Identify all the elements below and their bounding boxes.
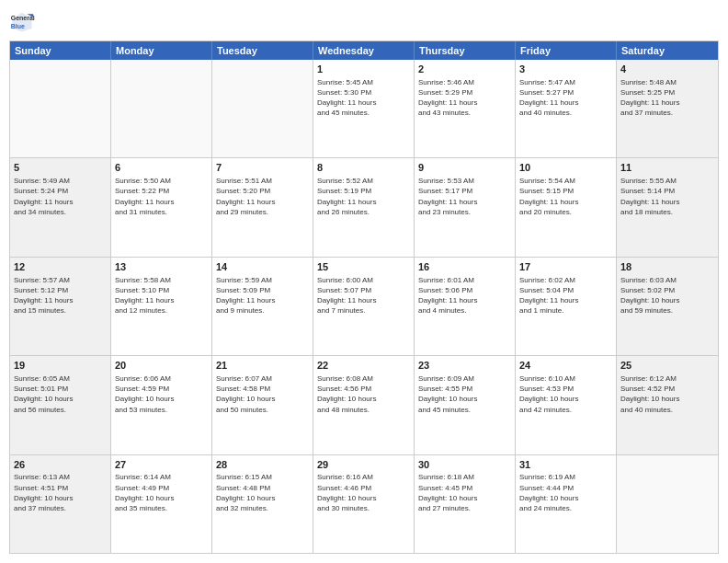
cell-text: Sunrise: 6:06 AM — [115, 373, 208, 384]
cell-text: and 45 minutes. — [418, 405, 511, 415]
day-cell-24: 24Sunrise: 6:10 AMSunset: 4:53 PMDayligh… — [516, 356, 617, 454]
cell-text: and 40 minutes. — [620, 405, 714, 415]
day-cell-13: 13Sunrise: 5:58 AMSunset: 5:10 PMDayligh… — [111, 258, 212, 355]
cell-text: Sunset: 5:29 PM — [418, 87, 511, 98]
cell-text: Daylight: 10 hours — [14, 394, 107, 404]
empty-cell-4-6 — [617, 455, 718, 553]
day-number-16: 16 — [418, 260, 511, 274]
cell-text: and 29 minutes. — [216, 207, 309, 217]
day-cell-10: 10Sunrise: 5:54 AMSunset: 5:15 PMDayligh… — [516, 158, 617, 256]
cell-text: and 37 minutes. — [620, 108, 714, 118]
day-number-3: 3 — [519, 63, 612, 76]
day-cell-19: 19Sunrise: 6:05 AMSunset: 5:01 PMDayligh… — [10, 356, 111, 454]
cell-text: Sunset: 4:45 PM — [418, 483, 511, 493]
cell-text: and 50 minutes. — [216, 405, 309, 415]
day-cell-9: 9Sunrise: 5:53 AMSunset: 5:17 PMDaylight… — [415, 158, 516, 256]
cell-text: and 12 minutes. — [115, 305, 208, 316]
day-cell-16: 16Sunrise: 6:01 AMSunset: 5:06 PMDayligh… — [415, 258, 516, 355]
cell-text: Sunrise: 6:18 AM — [418, 472, 511, 482]
cell-text: Sunrise: 6:07 AM — [216, 373, 309, 384]
cell-text: and 43 minutes. — [418, 108, 511, 118]
cell-text: Daylight: 11 hours — [317, 197, 410, 207]
day-number-25: 25 — [620, 359, 714, 373]
day-number-8: 8 — [317, 161, 410, 175]
empty-cell-0-2 — [212, 60, 313, 157]
cell-text: Sunset: 4:49 PM — [115, 483, 208, 493]
cell-text: Daylight: 11 hours — [317, 98, 410, 108]
calendar: SundayMondayTuesdayWednesdayThursdayFrid… — [9, 40, 719, 554]
cell-text: Daylight: 10 hours — [317, 493, 410, 503]
day-cell-27: 27Sunrise: 6:14 AMSunset: 4:49 PMDayligh… — [111, 455, 212, 553]
day-number-11: 11 — [620, 161, 714, 175]
cell-text: and 56 minutes. — [14, 405, 107, 415]
header-day-wednesday: Wednesday — [313, 41, 415, 60]
day-number-22: 22 — [317, 359, 410, 373]
cell-text: Sunrise: 6:09 AM — [418, 373, 511, 384]
cell-text: and 45 minutes. — [317, 108, 410, 118]
cell-text: Sunset: 5:17 PM — [418, 186, 511, 196]
day-number-19: 19 — [14, 359, 107, 373]
cell-text: Sunset: 5:06 PM — [418, 285, 511, 295]
cell-text: Sunrise: 6:10 AM — [519, 373, 612, 384]
cell-text: Sunset: 4:48 PM — [216, 483, 309, 493]
generalblue-logo-icon: General Blue — [9, 9, 35, 35]
day-cell-2: 2Sunrise: 5:46 AMSunset: 5:29 PMDaylight… — [415, 60, 516, 157]
header-day-monday: Monday — [111, 41, 212, 60]
cell-text: and 48 minutes. — [317, 405, 410, 415]
cell-text: Sunset: 5:15 PM — [519, 186, 612, 196]
logo: General Blue — [9, 9, 39, 35]
cell-text: Sunset: 4:56 PM — [317, 384, 410, 394]
cell-text: Daylight: 10 hours — [620, 295, 714, 305]
cell-text: and 32 minutes. — [216, 503, 309, 513]
cell-text: and 9 minutes. — [216, 305, 309, 316]
cell-text: Sunset: 4:51 PM — [14, 483, 107, 493]
cell-text: and 30 minutes. — [317, 503, 410, 513]
cell-text: Daylight: 10 hours — [115, 493, 208, 503]
cell-text: Sunset: 5:19 PM — [317, 186, 410, 196]
cell-text: Daylight: 11 hours — [216, 197, 309, 207]
cell-text: Sunrise: 5:52 AM — [317, 176, 410, 186]
calendar-row-3: 19Sunrise: 6:05 AMSunset: 5:01 PMDayligh… — [10, 355, 718, 454]
cell-text: Daylight: 10 hours — [519, 394, 612, 404]
day-number-4: 4 — [620, 63, 714, 76]
day-number-28: 28 — [216, 458, 309, 472]
cell-text: Daylight: 10 hours — [216, 493, 309, 503]
calendar-row-1: 5Sunrise: 5:49 AMSunset: 5:24 PMDaylight… — [10, 157, 718, 256]
day-cell-11: 11Sunrise: 5:55 AMSunset: 5:14 PMDayligh… — [617, 158, 718, 256]
day-cell-15: 15Sunrise: 6:00 AMSunset: 5:07 PMDayligh… — [313, 258, 415, 355]
day-number-26: 26 — [14, 458, 107, 472]
cell-text: Daylight: 11 hours — [14, 295, 107, 305]
cell-text: Sunrise: 6:08 AM — [317, 373, 410, 384]
day-cell-26: 26Sunrise: 6:13 AMSunset: 4:51 PMDayligh… — [10, 455, 111, 553]
day-number-21: 21 — [216, 359, 309, 373]
cell-text: Sunset: 5:07 PM — [317, 285, 410, 295]
cell-text: Daylight: 10 hours — [216, 394, 309, 404]
day-number-24: 24 — [519, 359, 612, 373]
cell-text: Sunset: 5:20 PM — [216, 186, 309, 196]
header-day-tuesday: Tuesday — [212, 41, 313, 60]
day-number-13: 13 — [115, 260, 208, 274]
page: General Blue SundayMondayTuesdayWednesda… — [0, 0, 728, 563]
day-cell-28: 28Sunrise: 6:15 AMSunset: 4:48 PMDayligh… — [212, 455, 313, 553]
cell-text: Daylight: 11 hours — [317, 295, 410, 305]
cell-text: Sunrise: 6:01 AM — [418, 275, 511, 285]
cell-text: Sunset: 5:12 PM — [14, 285, 107, 295]
cell-text: Sunrise: 6:15 AM — [216, 472, 309, 482]
empty-cell-0-0 — [10, 60, 111, 157]
cell-text: and 59 minutes. — [620, 305, 714, 316]
cell-text: and 23 minutes. — [418, 207, 511, 217]
day-cell-5: 5Sunrise: 5:49 AMSunset: 5:24 PMDaylight… — [10, 158, 111, 256]
day-cell-23: 23Sunrise: 6:09 AMSunset: 4:55 PMDayligh… — [415, 356, 516, 454]
day-number-17: 17 — [519, 260, 612, 274]
cell-text: Sunrise: 5:45 AM — [317, 77, 410, 87]
cell-text: Daylight: 11 hours — [115, 197, 208, 207]
calendar-row-4: 26Sunrise: 6:13 AMSunset: 4:51 PMDayligh… — [10, 454, 718, 553]
day-cell-1: 1Sunrise: 5:45 AMSunset: 5:30 PMDaylight… — [313, 60, 415, 157]
day-number-31: 31 — [519, 458, 612, 472]
day-number-9: 9 — [418, 161, 511, 175]
cell-text: Sunrise: 5:57 AM — [14, 275, 107, 285]
cell-text: Sunset: 5:27 PM — [519, 87, 612, 98]
calendar-row-0: 1Sunrise: 5:45 AMSunset: 5:30 PMDaylight… — [10, 60, 718, 157]
header-day-sunday: Sunday — [10, 41, 111, 60]
cell-text: Sunrise: 5:50 AM — [115, 176, 208, 186]
